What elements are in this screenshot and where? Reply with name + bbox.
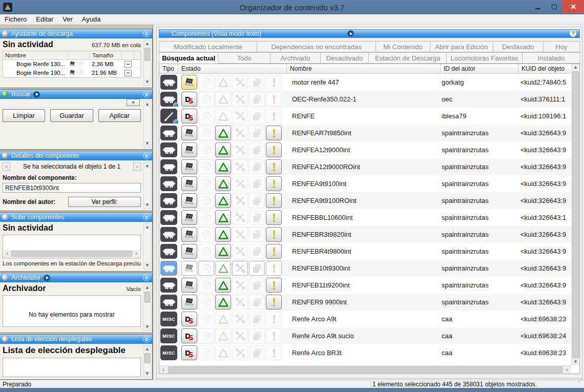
tools-status-icon[interactable] xyxy=(232,210,248,225)
cd-status-icon[interactable] xyxy=(198,210,214,225)
column-header-nombre[interactable]: Nombre xyxy=(287,64,441,73)
menu-fichero[interactable]: Fichero xyxy=(0,14,31,24)
ds-status-icon[interactable]: DS xyxy=(181,345,197,360)
scroll-up-icon[interactable]: ▲ xyxy=(144,162,151,169)
column-header-action[interactable] xyxy=(122,51,134,59)
column-header-nombre[interactable]: Nombre xyxy=(3,51,69,59)
triangle-status-icon[interactable] xyxy=(215,210,231,225)
download-queue-row[interactable]: Bogie Renfe 130...2.36 MB− xyxy=(3,60,140,69)
column-header-tipo[interactable]: Tipo xyxy=(159,64,178,73)
panel-header-upload[interactable]: Subir componentes xyxy=(0,213,152,222)
laptop-status-icon[interactable] xyxy=(181,295,197,310)
alert-status-icon[interactable] xyxy=(266,345,282,360)
package-status-icon[interactable] xyxy=(249,92,265,107)
table-row[interactable]: RENFER9 9900intspaintrainzrutas<kuid:326… xyxy=(159,294,571,311)
search-scrollbar[interactable]: ▲ ▼ xyxy=(143,100,151,148)
tools-status-icon[interactable] xyxy=(232,142,248,157)
table-row[interactable]: DSOEC-Renfe350.022-1oec<kuid:376111:1 xyxy=(159,91,571,108)
cd-status-icon[interactable] xyxy=(198,345,214,360)
triangle-status-icon[interactable] xyxy=(215,244,231,259)
alert-status-icon[interactable] xyxy=(266,261,282,276)
collapse-icon[interactable] xyxy=(143,152,150,159)
scroll-thumb[interactable] xyxy=(572,71,579,358)
package-status-icon[interactable] xyxy=(249,261,265,276)
scroll-up-icon[interactable]: ▲ xyxy=(144,40,151,47)
alert-status-icon[interactable] xyxy=(266,328,282,343)
aplicar-button[interactable]: Aplicar xyxy=(98,109,141,122)
package-status-icon[interactable] xyxy=(249,109,265,123)
alert-status-icon[interactable] xyxy=(266,142,282,157)
column-header-icon[interactable] xyxy=(69,51,90,59)
package-status-icon[interactable] xyxy=(249,176,265,191)
package-status-icon[interactable] xyxy=(249,193,265,208)
next-object-button[interactable]: > xyxy=(133,162,141,171)
cd-status-icon[interactable] xyxy=(198,109,214,123)
package-status-icon[interactable] xyxy=(249,142,265,157)
triangle-status-icon[interactable] xyxy=(215,193,231,208)
package-status-icon[interactable] xyxy=(249,345,265,360)
alert-status-icon[interactable] xyxy=(266,92,282,107)
collapse-icon[interactable] xyxy=(143,336,150,343)
alert-status-icon[interactable] xyxy=(266,210,282,225)
ds-status-icon[interactable]: DS xyxy=(181,328,197,343)
view-profile-button[interactable]: Ver perfil: xyxy=(68,197,141,207)
triangle-status-icon[interactable] xyxy=(215,227,231,242)
tab-desactivado[interactable]: Desactivado xyxy=(321,52,369,64)
cd-status-icon[interactable] xyxy=(198,159,214,174)
dropdown-listbox[interactable] xyxy=(3,358,141,377)
tab-modificado-localmente[interactable]: Modificado Localmente xyxy=(159,41,257,52)
play-icon[interactable] xyxy=(347,30,354,37)
table-row[interactable]: RENFEAR7t9850intspaintrainzrutas<kuid:32… xyxy=(159,125,571,141)
scroll-left-icon[interactable]: ‹ xyxy=(159,366,168,374)
alert-status-icon[interactable] xyxy=(266,312,282,326)
tools-status-icon[interactable] xyxy=(232,126,248,140)
scroll-down-icon[interactable]: ▼ xyxy=(144,202,151,209)
laptop-status-icon[interactable] xyxy=(181,227,197,242)
scroll-down-icon[interactable]: ▼ xyxy=(144,262,151,269)
cd-status-icon[interactable] xyxy=(198,142,214,157)
triangle-status-icon[interactable] xyxy=(215,345,231,360)
ds-status-icon[interactable]: DS xyxy=(181,92,197,107)
table-row[interactable]: RENFEB10t9300intspaintrainzrutas<kuid:32… xyxy=(159,260,571,277)
tools-status-icon[interactable] xyxy=(232,109,248,123)
laptop-status-icon[interactable] xyxy=(181,126,197,140)
remove-download-button[interactable]: − xyxy=(124,70,132,76)
scroll-up-icon[interactable]: ▲ xyxy=(144,346,151,353)
laptop-status-icon[interactable] xyxy=(181,278,197,293)
play-icon[interactable] xyxy=(33,91,40,98)
tab-locomotoras-favoritas[interactable]: Locomotoras Favoritas xyxy=(447,52,523,64)
collapse-icon[interactable] xyxy=(143,91,150,98)
tab-busqueda-actual[interactable]: Búsqueda actual xyxy=(159,52,218,64)
table-hscrollbar[interactable]: ‹ › xyxy=(159,365,571,374)
tab-estacion-de-descarga[interactable]: Estación de Descarga xyxy=(369,52,447,64)
package-status-icon[interactable] xyxy=(249,75,265,90)
tab-archivado[interactable]: Archivado xyxy=(270,52,321,64)
cd-status-icon[interactable] xyxy=(198,227,214,242)
table-row[interactable]: RENFEBR3t9820intspaintrainzrutas<kuid:32… xyxy=(159,226,571,243)
cd-status-icon[interactable] xyxy=(198,92,214,107)
table-row[interactable]: MISCDSRenfe Arco A9t suciocaa<kuid:69638… xyxy=(159,327,571,344)
scroll-up-icon[interactable]: ▲ xyxy=(572,64,579,71)
panel-header-download-helper[interactable]: Ayudante de descarga xyxy=(0,29,152,38)
scroll-up-icon[interactable]: ▲ xyxy=(144,224,151,231)
laptop-status-icon[interactable] xyxy=(181,210,197,225)
package-status-icon[interactable] xyxy=(249,278,265,293)
alert-status-icon[interactable] xyxy=(266,227,282,242)
guardar-button[interactable]: Guardar xyxy=(50,109,93,122)
tools-status-icon[interactable] xyxy=(232,227,248,242)
cd-status-icon[interactable] xyxy=(198,244,214,259)
upload-scrollbar[interactable]: ▲ ▼ xyxy=(143,223,151,270)
scroll-down-icon[interactable]: ▼ xyxy=(572,359,579,365)
package-status-icon[interactable] xyxy=(249,244,265,259)
tools-status-icon[interactable] xyxy=(232,159,248,174)
scroll-down-icon[interactable]: ▼ xyxy=(144,324,151,331)
triangle-status-icon[interactable] xyxy=(215,312,231,326)
laptop-status-icon[interactable] xyxy=(181,244,197,259)
component-name-input[interactable] xyxy=(3,183,141,193)
package-status-icon[interactable] xyxy=(249,210,265,225)
ds-status-icon[interactable]: DS xyxy=(181,109,197,123)
add-filter-button[interactable]: + xyxy=(127,99,140,106)
cd-status-icon[interactable] xyxy=(198,75,214,90)
cd-status-icon[interactable] xyxy=(198,278,214,293)
column-header-kuid[interactable]: KUID del objeto xyxy=(518,64,571,73)
